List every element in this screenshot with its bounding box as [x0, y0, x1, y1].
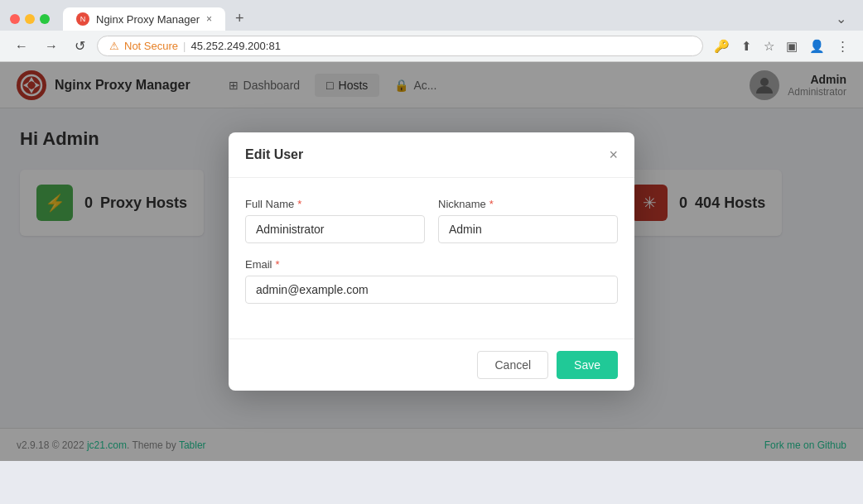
tab-close-button[interactable]: ×	[206, 13, 212, 25]
not-secure-icon: ⚠	[109, 40, 119, 52]
sidebar-button[interactable]: ▣	[782, 36, 802, 56]
email-label: Email *	[245, 258, 618, 271]
form-row-email: Email *	[245, 258, 618, 304]
bookmark-button[interactable]: ☆	[759, 36, 779, 56]
title-bar: N Nginx Proxy Manager × + ⌄	[0, 0, 863, 31]
active-tab[interactable]: N Nginx Proxy Manager ×	[63, 7, 225, 31]
form-group-nickname: Nickname *	[438, 198, 618, 243]
toolbar-icons: 🔑 ⬆ ☆ ▣ 👤 ⋮	[710, 36, 853, 56]
email-required: *	[276, 258, 280, 271]
full-name-input[interactable]	[245, 215, 425, 243]
nickname-required: *	[489, 198, 494, 210]
form-group-email: Email *	[245, 258, 618, 304]
modal-body: Full Name * Nickname *	[229, 178, 634, 338]
nickname-label: Nickname *	[438, 198, 618, 210]
form-group-fullname: Full Name *	[245, 198, 425, 243]
browser-chrome: N Nginx Proxy Manager × + ⌄ ← → ↺ ⚠ Not …	[0, 0, 863, 62]
more-menu-button[interactable]: ⋮	[832, 36, 853, 56]
password-manager-button[interactable]: 🔑	[710, 36, 734, 56]
tab-title: Nginx Proxy Manager	[96, 13, 200, 26]
full-name-required: *	[297, 198, 301, 210]
address-text: 45.252.249.200:81	[190, 40, 691, 52]
not-secure-label: Not Secure	[124, 40, 178, 52]
minimize-window-button[interactable]	[25, 14, 35, 24]
reload-button[interactable]: ↺	[70, 36, 90, 55]
browser-expand-icon[interactable]: ⌄	[836, 12, 846, 26]
modal-footer: Cancel Save	[229, 338, 634, 391]
modal-overlay: Edit User × Full Name * Nickname	[0, 62, 863, 461]
share-button[interactable]: ⬆	[737, 36, 756, 56]
edit-user-modal: Edit User × Full Name * Nickname	[229, 132, 634, 391]
address-bar[interactable]: ⚠ Not Secure | 45.252.249.200:81	[97, 36, 703, 56]
modal-close-button[interactable]: ×	[609, 147, 618, 162]
browser-toolbar: ← → ↺ ⚠ Not Secure | 45.252.249.200:81 🔑…	[0, 31, 863, 62]
app: Nginx Proxy Manager ⊞ Dashboard □ Hosts …	[0, 62, 863, 461]
new-tab-button[interactable]: +	[229, 7, 251, 31]
back-button[interactable]: ←	[10, 37, 33, 55]
cancel-button[interactable]: Cancel	[477, 351, 548, 379]
nickname-input[interactable]	[438, 215, 618, 243]
tab-bar: N Nginx Proxy Manager × +	[63, 7, 829, 31]
modal-header: Edit User ×	[229, 132, 634, 178]
tab-favicon: N	[76, 12, 89, 26]
profile-button[interactable]: 👤	[805, 36, 829, 56]
form-row-name: Full Name * Nickname *	[245, 198, 618, 243]
window-controls	[10, 14, 50, 24]
modal-title: Edit User	[245, 147, 303, 162]
forward-button[interactable]: →	[40, 37, 63, 55]
full-name-label: Full Name *	[245, 198, 425, 210]
close-window-button[interactable]	[10, 14, 20, 24]
maximize-window-button[interactable]	[40, 14, 50, 24]
email-input[interactable]	[245, 276, 618, 304]
save-button[interactable]: Save	[557, 351, 618, 379]
